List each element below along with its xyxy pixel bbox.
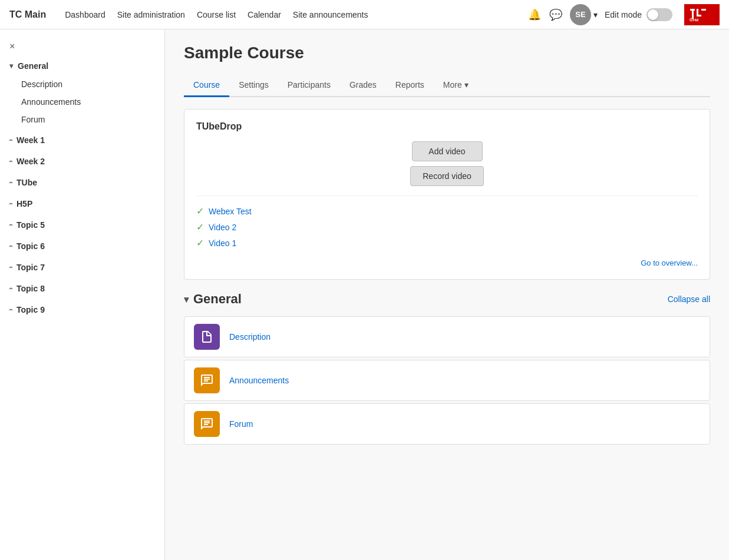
tab-reports[interactable]: Reports (386, 74, 434, 97)
sidebar-group-topic6: › Topic 6 (0, 237, 164, 256)
chevron-right-icon: › (6, 160, 15, 163)
sidebar-group-topic8-header[interactable]: › Topic 8 (0, 279, 164, 298)
check-icon: ✓ (196, 221, 204, 233)
section-title: ▾ General (184, 291, 242, 307)
course-item-description: Description (184, 316, 710, 357)
sidebar-group-tube: › TUbe (0, 173, 164, 192)
chevron-right-icon: › (6, 245, 15, 247)
forum-link[interactable]: Forum (229, 419, 253, 429)
announcements-icon (194, 367, 220, 393)
sidebar-group-topic7-header[interactable]: › Topic 7 (0, 258, 164, 277)
sidebar-group-topic9-header[interactable]: › Topic 9 (0, 300, 164, 319)
sidebar-group-topic8: › Topic 8 (0, 279, 164, 298)
tab-more[interactable]: More ▾ (434, 74, 478, 97)
description-icon (194, 324, 220, 350)
svg-rect-1 (690, 9, 695, 11)
sidebar-item-description[interactable]: Description (0, 75, 164, 93)
sidebar-group-h5p: › H5P (0, 194, 164, 213)
sidebar-group-general-label: General (18, 61, 48, 71)
sidebar-group-week2: › Week 2 (0, 152, 164, 171)
list-item: ✓ Video 2 (196, 219, 698, 235)
check-icon: ✓ (196, 206, 204, 217)
video-list: ✓ Webex Test ✓ Video 2 ✓ Video 1 (196, 195, 698, 251)
tab-participants[interactable]: Participants (278, 74, 340, 97)
sidebar-group-week1-header[interactable]: › Week 1 (0, 131, 164, 150)
sidebar-group-week1-label: Week 1 (17, 135, 45, 145)
nav-course-list[interactable]: Course list (197, 10, 236, 19)
sidebar-group-topic5: › Topic 5 (0, 216, 164, 234)
sidebar-close-button[interactable]: × (0, 37, 164, 54)
svg-rect-4 (697, 15, 701, 16)
page-title: Sample Course (184, 44, 710, 62)
topnav-links: Dashboard Site administration Course lis… (65, 10, 368, 19)
sidebar-group-topic9: › Topic 9 (0, 300, 164, 319)
video-link-video1[interactable]: Video 1 (209, 238, 236, 248)
sidebar-group-general-header[interactable]: ▾ General (0, 57, 164, 75)
sidebar-group-week2-header[interactable]: › Week 2 (0, 152, 164, 171)
sidebar-group-h5p-header[interactable]: › H5P (0, 194, 164, 213)
chevron-right-icon: › (6, 224, 15, 226)
sidebar-group-general: ▾ General Description Announcements Foru… (0, 57, 164, 128)
section-chevron-icon[interactable]: ▾ (184, 294, 189, 305)
brand-label[interactable]: TC Main (9, 9, 46, 20)
section-title-label: General (193, 291, 242, 307)
tab-course[interactable]: Course (184, 74, 229, 97)
chevron-right-icon: › (6, 181, 15, 184)
list-item: ✓ Video 1 (196, 235, 698, 251)
svg-text:Graz: Graz (690, 18, 699, 22)
announcements-link[interactable]: Announcements (229, 376, 289, 385)
forum-icon (194, 411, 220, 437)
edit-mode-label: Edit mode (605, 10, 642, 19)
layout: × ▾ General Description Announcements Fo… (0, 29, 729, 560)
tu-graz-logo: Graz (684, 4, 720, 25)
sidebar-item-forum[interactable]: Forum (0, 111, 164, 128)
sidebar-group-tube-label: TUbe (17, 178, 37, 187)
chevron-right-icon: › (6, 309, 15, 311)
chevron-right-icon: › (6, 266, 15, 269)
toggle-thumb (648, 9, 658, 20)
svg-rect-3 (697, 9, 698, 15)
chevron-right-icon: › (6, 139, 15, 141)
check-icon: ✓ (196, 237, 204, 248)
go-to-overview-link[interactable]: Go to overview... (641, 259, 698, 267)
nav-calendar[interactable]: Calendar (248, 10, 281, 19)
svg-rect-5 (701, 9, 706, 11)
chevron-down-icon: ▾ (9, 62, 13, 70)
sidebar-group-topic6-header[interactable]: › Topic 6 (0, 237, 164, 256)
tubedrop-buttons: Add video Record video (196, 141, 698, 186)
topnav: TC Main Dashboard Site administration Co… (0, 0, 729, 29)
sidebar-item-announcements[interactable]: Announcements (0, 93, 164, 111)
message-icon[interactable]: 💬 (549, 8, 563, 22)
record-video-button[interactable]: Record video (410, 166, 484, 186)
chevron-right-icon: › (6, 203, 15, 205)
bell-icon[interactable]: 🔔 (527, 8, 542, 22)
sidebar-group-h5p-label: H5P (17, 199, 32, 208)
go-to-overview: Go to overview... (196, 258, 698, 267)
user-avatar-dropdown[interactable]: SE ▾ (570, 4, 598, 25)
edit-mode-toggle[interactable]: Edit mode (605, 8, 672, 21)
nav-announcements[interactable]: Site announcements (293, 10, 368, 19)
collapse-all-button[interactable]: Collapse all (668, 294, 710, 304)
sidebar-group-topic8-label: Topic 8 (17, 284, 45, 293)
avatar: SE (570, 4, 591, 25)
section-header: ▾ General Collapse all (184, 291, 710, 307)
general-section: ▾ General Collapse all Description (184, 291, 710, 445)
add-video-button[interactable]: Add video (412, 141, 483, 161)
sidebar-group-topic7: › Topic 7 (0, 258, 164, 277)
tab-settings[interactable]: Settings (229, 74, 278, 97)
video-link-video2[interactable]: Video 2 (209, 223, 236, 232)
sidebar: × ▾ General Description Announcements Fo… (0, 29, 165, 560)
video-link-webex[interactable]: Webex Test (209, 207, 252, 216)
course-item-announcements: Announcements (184, 360, 710, 401)
course-tabs: Course Settings Participants Grades Repo… (184, 74, 710, 97)
sidebar-group-topic5-header[interactable]: › Topic 5 (0, 216, 164, 234)
nav-site-admin[interactable]: Site administration (117, 10, 185, 19)
sidebar-group-week1: › Week 1 (0, 131, 164, 150)
tab-grades[interactable]: Grades (340, 74, 386, 97)
nav-dashboard[interactable]: Dashboard (65, 10, 105, 19)
sidebar-group-tube-header[interactable]: › TUbe (0, 173, 164, 192)
toggle-track[interactable] (646, 8, 672, 21)
sidebar-group-week2-label: Week 2 (17, 157, 45, 166)
description-link[interactable]: Description (229, 332, 271, 342)
chevron-right-icon: › (6, 287, 15, 290)
